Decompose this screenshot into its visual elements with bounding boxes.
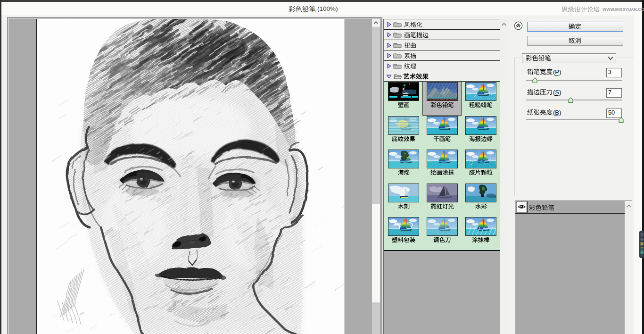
svg-text:(P): (P) [553,68,561,75]
svg-text:(B): (B) [553,109,561,116]
svg-text:(S): (S) [553,89,561,96]
